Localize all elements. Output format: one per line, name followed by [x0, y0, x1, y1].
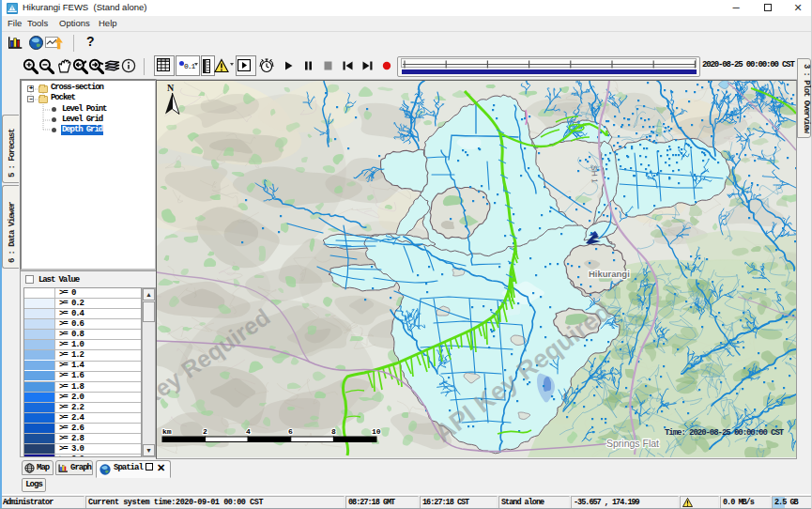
svg-text:Springs Flat: Springs Flat — [606, 438, 659, 449]
svg-text:6: 6 — [288, 427, 293, 436]
svg-text:10: 10 — [372, 427, 381, 436]
svg-text:4: 4 — [246, 427, 251, 436]
svg-text:Time: 2020-08-25 00:00:00 CST: Time: 2020-08-25 00:00:00 CST — [665, 428, 785, 438]
svg-text:2: 2 — [203, 427, 207, 436]
svg-text:N: N — [167, 83, 175, 93]
svg-text:8: 8 — [331, 427, 336, 436]
svg-text:km: km — [162, 427, 172, 436]
svg-text:SH 1: SH 1 — [590, 165, 600, 184]
svg-text:Hikurangi: Hikurangi — [589, 269, 630, 279]
